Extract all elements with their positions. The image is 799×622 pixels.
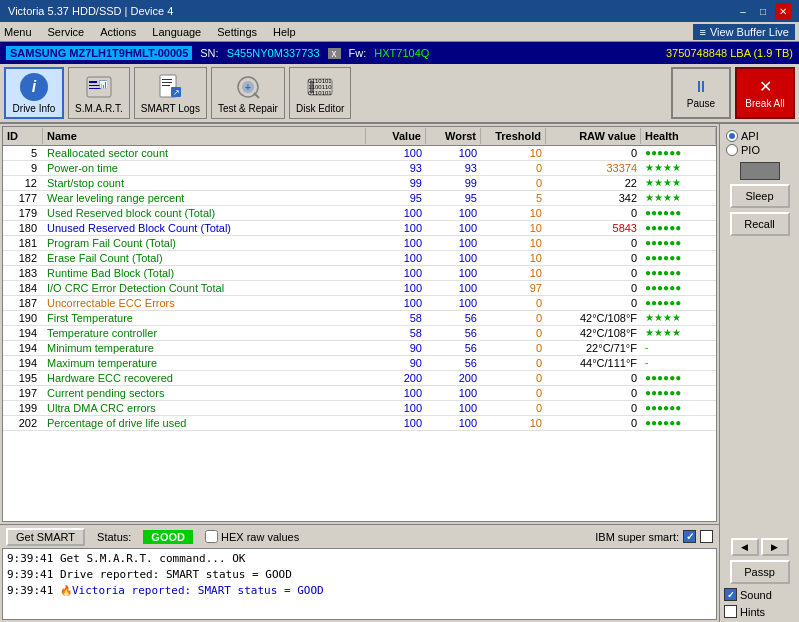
- menu-item-language[interactable]: Language: [152, 26, 201, 38]
- table-row[interactable]: 179 Used Reserved block count (Total) 10…: [3, 206, 716, 221]
- table-row[interactable]: 12 Start/stop count 99 99 0 22 ★★★★: [3, 176, 716, 191]
- recall-button[interactable]: Recall: [730, 212, 790, 236]
- disk-editor-label: Disk Editor: [296, 103, 344, 114]
- svg-line-15: [254, 93, 259, 98]
- view-buffer-button[interactable]: ≡ View Buffer Live: [693, 24, 795, 40]
- right-panel: API PIO Sleep Recall ◀ ▶ Passp ✓ Sound: [719, 124, 799, 622]
- table-row[interactable]: 195 Hardware ECC recovered 200 200 0 0 ●…: [3, 371, 716, 386]
- disk-editor-button[interactable]: 0110101 1100110 0110101 Disk Editor: [289, 67, 351, 119]
- cell-id: 187: [3, 296, 43, 310]
- drive-info-button[interactable]: i Drive Info: [4, 67, 64, 119]
- menu-item-settings[interactable]: Settings: [217, 26, 257, 38]
- sound-checkbox[interactable]: ✓: [724, 588, 737, 601]
- hints-checkbox[interactable]: [724, 605, 737, 618]
- pio-radio-item[interactable]: PIO: [726, 144, 793, 156]
- break-all-button[interactable]: ✕ Break All: [735, 67, 795, 119]
- mini-btn-2[interactable]: ▶: [761, 538, 789, 556]
- lba-info: 3750748848 LBA (1.9 TB): [666, 47, 793, 59]
- svg-text:0110101: 0110101: [308, 90, 332, 96]
- table-row[interactable]: 177 Wear leveling range percent 95 95 5 …: [3, 191, 716, 206]
- cell-thresh: 10: [481, 206, 546, 220]
- table-headers: ID Name Value Worst Treshold RAW value H…: [3, 127, 716, 146]
- test-repair-icon: +: [232, 73, 264, 101]
- menu-item-help[interactable]: Help: [273, 26, 296, 38]
- table-row[interactable]: 199 Ultra DMA CRC errors 100 100 0 0 ●●●…: [3, 401, 716, 416]
- log-time: 9:39:41: [7, 584, 53, 597]
- table-row[interactable]: 194 Temperature controller 58 56 0 42°C/…: [3, 326, 716, 341]
- log-text: Victoria reported: SMART status = GOOD: [72, 584, 324, 597]
- minimize-button[interactable]: –: [735, 3, 751, 19]
- table-row[interactable]: 194 Maximum temperature 90 56 0 44°C/111…: [3, 356, 716, 371]
- cell-health: ★★★★: [641, 326, 716, 340]
- close-button[interactable]: ✕: [775, 3, 791, 19]
- cell-id: 5: [3, 146, 43, 160]
- sleep-button[interactable]: Sleep: [730, 184, 790, 208]
- cell-value: 100: [366, 386, 426, 400]
- pio-radio[interactable]: [726, 144, 738, 156]
- cell-raw: 0: [546, 416, 641, 430]
- log-icon: 🔥: [60, 585, 72, 596]
- smart-logs-label: SMART Logs: [141, 103, 200, 114]
- table-row[interactable]: 190 First Temperature 58 56 0 42°C/108°F…: [3, 311, 716, 326]
- ibm-checkbox-checked[interactable]: ✓: [683, 530, 696, 543]
- cell-id: 179: [3, 206, 43, 220]
- test-repair-button[interactable]: + Test & Repair: [211, 67, 285, 119]
- col-header-name: Name: [43, 128, 366, 144]
- table-row[interactable]: 184 I/O CRC Error Detection Count Total …: [3, 281, 716, 296]
- right-toolbar: ⏸ Pause ✕ Break All: [671, 67, 795, 119]
- menu-item-menu[interactable]: Menu: [4, 26, 32, 38]
- table-row[interactable]: 9 Power-on time 93 93 0 33374 ★★★★: [3, 161, 716, 176]
- api-radio[interactable]: [726, 130, 738, 142]
- cell-thresh: 0: [481, 296, 546, 310]
- cell-id: 182: [3, 251, 43, 265]
- table-row[interactable]: 5 Reallocated sector count 100 100 10 0 …: [3, 146, 716, 161]
- table-row[interactable]: 197 Current pending sectors 100 100 0 0 …: [3, 386, 716, 401]
- table-row[interactable]: 202 Percentage of drive life used 100 10…: [3, 416, 716, 431]
- cell-value: 100: [366, 281, 426, 295]
- cell-raw: 0: [546, 386, 641, 400]
- cell-raw: 44°C/111°F: [546, 356, 641, 370]
- cell-thresh: 0: [481, 311, 546, 325]
- get-smart-button[interactable]: Get SMART: [6, 528, 85, 546]
- ibm-checkbox-unchecked[interactable]: [700, 530, 713, 543]
- cell-name: Erase Fail Count (Total): [43, 251, 366, 265]
- hex-checkbox[interactable]: [205, 530, 218, 543]
- table-body: 5 Reallocated sector count 100 100 10 0 …: [3, 146, 716, 521]
- table-row[interactable]: 182 Erase Fail Count (Total) 100 100 10 …: [3, 251, 716, 266]
- hex-checkbox-area: HEX raw values: [205, 530, 299, 543]
- mini-btn-1[interactable]: ◀: [731, 538, 759, 556]
- smart-button[interactable]: 📊 S.M.A.R.T.: [68, 67, 130, 119]
- table-row[interactable]: 180 Unused Reserved Block Count (Total) …: [3, 221, 716, 236]
- break-icon: ✕: [759, 77, 772, 96]
- cell-thresh: 0: [481, 386, 546, 400]
- menu-item-actions[interactable]: Actions: [100, 26, 136, 38]
- menu-item-service[interactable]: Service: [48, 26, 85, 38]
- cell-thresh: 0: [481, 356, 546, 370]
- cell-id: 194: [3, 356, 43, 370]
- cell-name: Wear leveling range percent: [43, 191, 366, 205]
- break-all-label: Break All: [745, 98, 784, 109]
- pause-button[interactable]: ⏸ Pause: [671, 67, 731, 119]
- cell-worst: 100: [426, 251, 481, 265]
- device-remove-button[interactable]: x: [328, 48, 341, 59]
- table-row[interactable]: 181 Program Fail Count (Total) 100 100 1…: [3, 236, 716, 251]
- table-row[interactable]: 187 Uncorrectable ECC Errors 100 100 0 0…: [3, 296, 716, 311]
- maximize-button[interactable]: □: [755, 3, 771, 19]
- ibm-section: IBM super smart: ✓: [595, 530, 713, 543]
- cell-health: ●●●●●●: [641, 236, 716, 250]
- table-row[interactable]: 183 Runtime Bad Block (Total) 100 100 10…: [3, 266, 716, 281]
- table-row[interactable]: 194 Minimum temperature 90 56 0 22°C/71°…: [3, 341, 716, 356]
- cell-thresh: 97: [481, 281, 546, 295]
- cell-value: 100: [366, 251, 426, 265]
- cell-value: 100: [366, 266, 426, 280]
- smart-logs-button[interactable]: ↗ SMART Logs: [134, 67, 207, 119]
- api-radio-item[interactable]: API: [726, 130, 793, 142]
- cell-value: 100: [366, 206, 426, 220]
- cell-raw: 22°C/71°F: [546, 341, 641, 355]
- svg-text:↗: ↗: [173, 88, 180, 97]
- device-name[interactable]: SAMSUNG MZ7LH1T9HMLT-00005: [6, 46, 192, 60]
- cell-value: 90: [366, 341, 426, 355]
- col-header-health: Health: [641, 128, 716, 144]
- cell-health: ●●●●●●: [641, 401, 716, 415]
- passp-button[interactable]: Passp: [730, 560, 790, 584]
